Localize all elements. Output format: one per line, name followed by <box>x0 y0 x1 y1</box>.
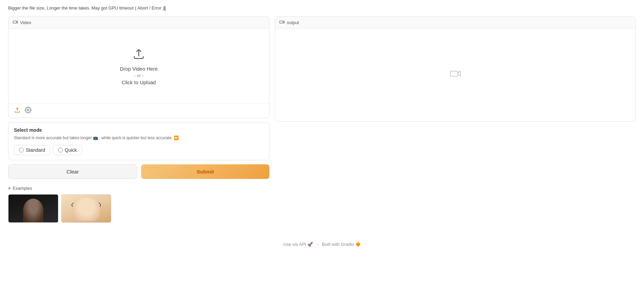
footer-dot: · <box>317 242 318 247</box>
example-thumb-1[interactable] <box>8 194 58 223</box>
examples-label: Examples <box>13 186 32 191</box>
upload-icon <box>132 47 146 62</box>
output-placeholder-icon <box>449 68 461 82</box>
api-link[interactable]: Use via API 🚀 <box>283 242 314 247</box>
examples-list-icon: ≡ <box>8 186 11 191</box>
built-text: Built with Gradio <box>322 242 354 247</box>
output-area <box>275 29 636 121</box>
action-buttons: Clear Submit <box>8 164 269 179</box>
left-column: Video Drop Video Here - or - Click to Up… <box>8 16 269 223</box>
video-camera-icon <box>13 19 18 26</box>
mode-radio-group: Standard Quick <box>14 145 264 155</box>
output-panel-header: output <box>275 17 636 29</box>
top-notice: Bigger the file size, Longer the time ta… <box>8 5 636 11</box>
mode-desc: Standard is more accurate but takes long… <box>14 135 264 141</box>
upload-button-icon[interactable] <box>14 107 21 115</box>
cursor-blink <box>165 6 165 11</box>
example-thumb-2[interactable] <box>61 194 111 223</box>
examples-header: ≡ Examples <box>8 186 269 191</box>
mode-standard-option[interactable]: Standard <box>14 145 50 155</box>
mode-panel: Select mode Standard is more accurate bu… <box>8 122 269 160</box>
gradio-link[interactable]: Built with Gradio 🔶 <box>322 242 361 247</box>
output-panel: output <box>275 16 636 122</box>
output-video-icon <box>279 19 285 26</box>
standard-mode-icon: 📺 <box>93 135 99 140</box>
main-columns: Video Drop Video Here - or - Click to Up… <box>8 16 636 223</box>
svg-rect-2 <box>280 21 283 23</box>
api-text: Use via API <box>283 242 306 247</box>
svg-point-1 <box>27 109 29 111</box>
mode-quick-radio[interactable] <box>58 148 63 152</box>
video-panel-header: Video <box>8 17 269 29</box>
upload-drop-text: Drop Video Here <box>120 66 157 72</box>
mode-standard-radio[interactable] <box>19 148 24 152</box>
output-panel-label: output <box>287 20 299 25</box>
mode-standard-label: Standard <box>26 147 45 153</box>
right-column: output <box>275 16 636 223</box>
page-footer: Use via API 🚀 · Built with Gradio 🔶 <box>8 236 636 252</box>
svg-rect-3 <box>450 71 458 76</box>
video-panel: Video Drop Video Here - or - Click to Up… <box>8 16 269 118</box>
upload-or-text: - or - <box>134 73 143 78</box>
video-panel-footer <box>8 104 269 118</box>
upload-click-text: Click to Upload <box>122 79 156 85</box>
example-1-image <box>8 195 58 222</box>
mode-quick-option[interactable]: Quick <box>53 145 82 155</box>
page-wrapper: Bigger the file size, Longer the time ta… <box>0 0 644 260</box>
video-panel-label: Video <box>20 20 31 25</box>
mode-quick-label: Quick <box>65 147 77 153</box>
svg-rect-0 <box>13 21 16 23</box>
clear-button[interactable]: Clear <box>8 164 137 179</box>
submit-button[interactable]: Submit <box>141 164 269 179</box>
examples-section: ≡ Examples <box>8 186 269 223</box>
mode-title: Select mode <box>14 127 264 133</box>
settings-icon[interactable] <box>25 107 32 115</box>
example-2-image <box>61 195 111 222</box>
upload-area[interactable]: Drop Video Here - or - Click to Upload <box>8 29 269 104</box>
rocket-icon: 🚀 <box>307 242 313 247</box>
examples-grid <box>8 194 269 223</box>
quick-mode-icon: ⏩ <box>174 135 179 140</box>
gradio-icon: 🔶 <box>355 242 361 247</box>
